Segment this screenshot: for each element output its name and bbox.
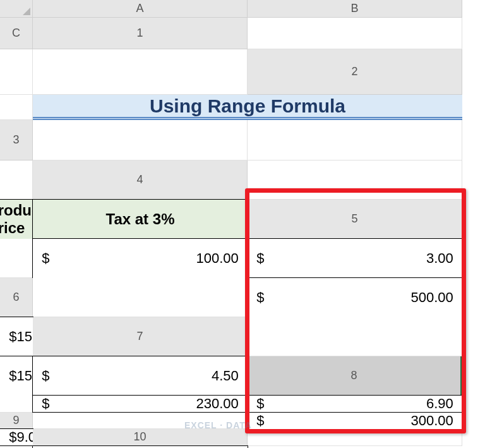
- col-header-B[interactable]: B: [248, 0, 462, 18]
- cell-A1[interactable]: [248, 18, 462, 49]
- cell-C6[interactable]: $15.00: [0, 317, 33, 357]
- cell-B6[interactable]: $500.00: [247, 277, 463, 318]
- cell-B5[interactable]: $100.00: [32, 238, 248, 279]
- cell-B7[interactable]: $150.00: [0, 356, 33, 396]
- currency-symbol: $: [9, 429, 16, 445]
- row-header-9[interactable]: 9: [0, 413, 33, 430]
- cell-A5[interactable]: [0, 239, 33, 278]
- cell-A10[interactable]: [248, 429, 462, 446]
- cell-C3[interactable]: [0, 160, 33, 200]
- row-header-10[interactable]: 10: [33, 429, 248, 446]
- cell-A7[interactable]: [248, 317, 462, 356]
- tax-value: 3.00: [426, 250, 453, 267]
- cell-C8[interactable]: $6.90: [247, 395, 463, 413]
- price-value: 500.00: [410, 289, 453, 306]
- cell-A2[interactable]: [0, 95, 33, 120]
- row-header-4[interactable]: 4: [33, 160, 248, 200]
- row-header-2[interactable]: 2: [248, 49, 462, 95]
- cell-C7[interactable]: $4.50: [32, 356, 248, 396]
- cell-B3[interactable]: [248, 120, 462, 160]
- currency-symbol: $: [9, 329, 16, 345]
- watermark: EXCEL · DATA: [184, 420, 252, 430]
- cell-A8[interactable]: [0, 396, 33, 413]
- col-header-C[interactable]: C: [0, 18, 33, 49]
- currency-symbol: $: [256, 250, 264, 267]
- table-header-price[interactable]: Product Price: [0, 199, 33, 239]
- row-header-1[interactable]: 1: [33, 18, 248, 49]
- cell-A3[interactable]: [33, 120, 248, 160]
- tax-value: 6.90: [426, 396, 453, 412]
- spreadsheet-grid: A B C 1 2 Using Range Formula 3 4 Produc…: [0, 0, 485, 448]
- currency-symbol: $: [42, 396, 49, 412]
- price-value: 230.00: [196, 396, 238, 412]
- currency-symbol: $: [256, 396, 264, 412]
- row-header-7[interactable]: 7: [33, 317, 248, 356]
- cell-A6[interactable]: [33, 278, 248, 317]
- select-all-corner[interactable]: [0, 0, 33, 18]
- row-header-6[interactable]: 6: [0, 278, 33, 317]
- cell-B9[interactable]: $300.00: [247, 412, 463, 430]
- cell-C9[interactable]: $9.00: [0, 428, 33, 446]
- row-header-5[interactable]: 5: [248, 200, 462, 239]
- table-header-tax[interactable]: Tax at 3%: [32, 199, 248, 239]
- price-value: 300.00: [410, 413, 453, 429]
- cell-C5[interactable]: $3.00: [247, 238, 463, 279]
- cell-A4[interactable]: [248, 160, 462, 200]
- currency-symbol: $: [256, 289, 264, 306]
- row-header-3[interactable]: 3: [0, 120, 33, 160]
- currency-symbol: $: [9, 368, 16, 384]
- cell-B1[interactable]: [0, 49, 33, 95]
- cell-C10[interactable]: $13.50: [32, 445, 248, 448]
- cell-B10[interactable]: $450.00: [0, 445, 33, 448]
- tax-value: 4.50: [212, 368, 239, 384]
- currency-symbol: $: [42, 368, 49, 384]
- title-cell[interactable]: Using Range Formula: [33, 95, 462, 120]
- cell-C1[interactable]: [33, 49, 248, 95]
- currency-symbol: $: [256, 413, 264, 429]
- price-value: 100.00: [196, 250, 238, 267]
- row-header-8[interactable]: 8: [248, 356, 462, 396]
- col-header-A[interactable]: A: [33, 0, 248, 18]
- cell-B8[interactable]: $230.00: [32, 395, 248, 413]
- currency-symbol: $: [42, 250, 49, 267]
